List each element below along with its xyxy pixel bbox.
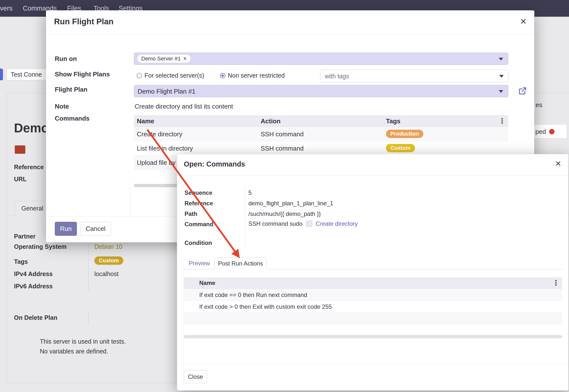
radio-for-selected-servers[interactable] [137,73,142,78]
tab-post-run-actions[interactable]: Post Run Actions [214,257,267,269]
run-modal-close-icon[interactable]: ✕ [520,17,527,26]
horizontal-scrollbar[interactable] [184,335,562,338]
col-name[interactable]: Name [199,280,215,286]
path-label: Path [185,210,197,217]
radio-selected-dot-icon [221,74,224,77]
with-tags-select[interactable]: with tags [320,70,508,82]
external-link-icon[interactable] [518,86,527,96]
tags-label: Tags [14,258,28,265]
post-run-actions-table: Name ⋮ If exit code == 0 then Run next c… [184,277,562,324]
sheet-divider [130,182,130,216]
commands-modal-footer-divider [177,364,568,364]
field-column-divider-2 [88,312,89,325]
nav-item-servers[interactable]: vers [0,0,13,17]
run-on-label: Run on [55,55,77,63]
sequence-value: 5 [248,189,252,196]
server-note-line-1: This server is used in unit tests. [40,338,126,345]
reference-value: demo_flight_plan_1_plan_line_1 [248,200,333,207]
ipv6-label: IPv6 Address [14,283,53,290]
reference-label: Reference [14,164,44,171]
status-label-fragment: ped [535,128,546,136]
text-fragment-es: es [536,101,542,109]
server-tag-chip[interactable]: Demo Server #1 ✕ [137,54,191,63]
col-tags[interactable]: Tags [386,117,400,125]
with-tags-placeholder: with tags [325,73,349,80]
table-row[interactable]: Create directory SSH command Production [134,127,508,141]
radio-non-server-restricted-label[interactable]: Non server restricted [228,72,285,79]
operating-system-value[interactable]: Debian 10 [94,243,122,250]
commands-table-header: Name Action Tags ⋮ [134,115,508,127]
table-row[interactable]: If exit code == 0 then Run next command [184,289,562,301]
close-button[interactable]: Close [184,370,207,383]
row-tag-badge: Production [386,130,423,138]
fields-column-divider [245,187,245,249]
table-row[interactable]: List files in directory SSH command Cust… [134,141,508,155]
path-value: /such/much/{{ demo_path }} [248,210,321,217]
status-badge[interactable]: ped [530,124,567,139]
server-note-line-2: No variables are defined. [40,348,108,355]
ipv4-value: localhost [94,270,119,278]
chip-remove-icon[interactable]: ✕ [183,56,187,61]
radio-for-selected-servers-label[interactable]: For selected server(s) [144,72,204,79]
url-label: URL [14,176,27,183]
tab-preview[interactable]: Preview [189,260,210,267]
col-action[interactable]: Action [261,117,281,125]
page-title: Demo [14,121,49,135]
tab-general[interactable]: General [15,201,50,216]
table-row-empty[interactable] [184,312,562,324]
primary-button-fragment[interactable] [0,69,3,80]
reference-label: Reference [185,200,213,207]
test-connection-button[interactable]: Test Conne [7,69,49,80]
radio-non-server-restricted[interactable] [220,73,225,78]
flight-plan-select[interactable]: Demo Flight Plan #1 [134,85,508,97]
color-swatch[interactable] [15,145,25,154]
open-commands-modal: Open: Commands ✕ Sequence 5 Reference de… [177,154,569,391]
command-checkbox[interactable] [306,221,312,227]
status-dot-icon [549,129,555,134]
run-modal-title: Run Flight Plan [54,17,114,26]
table-options-icon[interactable]: ⋮ [552,279,560,287]
command-value: SSH command sudo [248,220,302,227]
table-row[interactable]: If exit code > 0 then Exit with custom e… [184,301,562,312]
sequence-label: Sequence [185,189,212,196]
operating-system-label: Operating System [14,243,67,250]
partner-label: Partner [14,233,36,240]
flight-plan-value: Demo Flight Plan #1 [138,88,196,95]
show-flight-plans-label: Show Flight Plans [55,70,110,78]
condition-label: Condition [185,239,212,246]
commands-modal-title: Open: Commands [184,160,245,168]
run-button[interactable]: Run [55,222,77,236]
flight-plan-label: Flight Plan [55,86,87,93]
row-name: Create directory [137,130,182,138]
row-name: Upload file by [137,159,176,167]
cancel-button[interactable]: Cancel [80,222,111,236]
flight-plan-caret-icon [499,90,503,93]
commands-modal-close-icon[interactable]: ✕ [555,160,561,168]
row-name: List files in directory [137,145,193,152]
col-name[interactable]: Name [137,117,154,125]
command-value-row: SSH command sudo Create directory [248,220,358,227]
command-label: Command [185,221,213,228]
row-action: SSH command [261,145,304,152]
row-name: If exit code == 0 then Run next command [199,292,307,298]
on-delete-plan-label: On Delete Plan [14,314,57,321]
server-tag-label: Demo Server #1 [141,56,181,62]
run-on-caret-icon [499,58,503,60]
run-modal-header-divider [46,34,534,34]
tags-badge-custom: Custom [94,256,123,265]
plan-note-text: Create directory and list its content [135,103,233,110]
commands-modal-header-divider [177,176,568,176]
run-on-field[interactable]: Demo Server #1 ✕ [134,53,508,65]
row-action: SSH command [261,130,304,138]
commands-label: Commands [55,115,90,122]
ipv4-label: IPv4 Address [14,270,53,278]
post-run-table-header: Name ⋮ [184,277,562,289]
command-link[interactable]: Create directory [316,220,358,227]
note-label: Note [55,103,69,110]
with-tags-caret-icon [499,75,504,78]
table-options-icon[interactable]: ⋮ [498,117,506,125]
row-name: If exit code > 0 then Exit with custom e… [199,303,332,310]
row-tag-badge: Custom [386,144,415,152]
